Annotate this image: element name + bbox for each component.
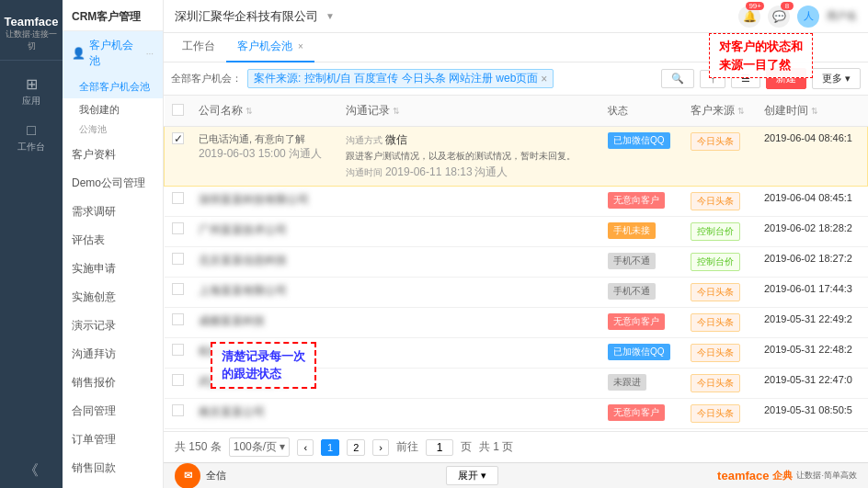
- message-badge: 8: [781, 2, 794, 10]
- nav-quote-label: 销售报价: [72, 375, 116, 391]
- nav-item-impl-apply[interactable]: 实施申请: [63, 255, 163, 283]
- sidebar-workbench-label: 工作台: [17, 141, 45, 153]
- row5-checkbox[interactable]: [172, 283, 184, 295]
- tab-customer-pool[interactable]: 客户机会池 ×: [226, 33, 314, 62]
- sort-source[interactable]: ⇅: [737, 107, 745, 116]
- prev-page-btn[interactable]: ‹: [297, 439, 314, 456]
- table-row[interactable]: 南京某某公司 无意向客户 今日头条 2019-05-31 08:50:5: [165, 399, 868, 429]
- table-row[interactable]: 杭州某某有限公司 清楚记录每一次的跟进状态 已加微信QQ: [165, 338, 868, 369]
- nav-order-label: 订单管理: [72, 432, 116, 448]
- sidebar-apps-label: 应用: [22, 95, 40, 108]
- toolbar-label: 全部客户机会：: [171, 72, 242, 85]
- nav-item-impl-idea[interactable]: 实施创意: [63, 283, 163, 312]
- row8-checkbox[interactable]: [172, 374, 184, 386]
- customer-icon: 👤: [72, 47, 86, 60]
- more-btn[interactable]: 更多 ▾: [812, 68, 861, 89]
- row4-communication: [338, 247, 600, 278]
- row2-checkbox[interactable]: [172, 192, 184, 204]
- col-company: 公司名称 ⇅: [191, 96, 338, 127]
- row6-checkbox[interactable]: [172, 313, 184, 325]
- table-row[interactable]: 成都某某科技 无意向客户 今日头条 2019-05-31 22:49:2: [165, 308, 868, 338]
- row1-source: 今日头条: [683, 127, 757, 187]
- topbar-icons: 🔔 99+ 💬 8 人 用户名: [738, 6, 857, 28]
- col-communication: 沟通记录 ⇅: [338, 96, 600, 127]
- nav-item-survey[interactable]: 需求调研: [63, 198, 163, 226]
- sort-communication[interactable]: ⇅: [393, 107, 400, 116]
- row3-status: 手机未接: [600, 217, 683, 247]
- nav-item-demo[interactable]: Demo公司管理: [63, 169, 163, 198]
- row7-status: 已加微信QQ: [600, 338, 683, 369]
- filter-tag-close[interactable]: ×: [541, 73, 547, 85]
- row7-company: 杭州某某有限公司 清楚记录每一次的跟进状态: [191, 338, 338, 369]
- row7-checkbox[interactable]: [172, 344, 184, 356]
- row7-created-time: 2019-05-31 22:48:2: [757, 338, 868, 369]
- page-size-selector[interactable]: 100条/页 ▾: [229, 437, 291, 457]
- table-row[interactable]: ✓ 已电话沟通, 有意向了解 2019-06-03 15:00 沟通人 沟通方式…: [165, 127, 868, 187]
- notification-badge: 99+: [746, 2, 764, 10]
- row9-status: 无意向客户: [600, 399, 683, 429]
- next-page-btn[interactable]: ›: [372, 439, 389, 456]
- sort-company[interactable]: ⇅: [246, 107, 253, 116]
- main-content: 深圳汇聚华企科技有限公司 ▼ 对客户的状态和来源一目了然 🔔 99+ 💬 8 人…: [164, 0, 868, 488]
- status-badge: 已加微信QQ: [608, 132, 670, 149]
- nav-item-customer-info[interactable]: 客户资料: [63, 141, 163, 169]
- nav-subitem-mine[interactable]: 我创建的: [63, 98, 163, 121]
- search-btn[interactable]: 🔍: [661, 69, 694, 88]
- bottom-left: ✉ 全信: [175, 463, 226, 489]
- row2-company: 深圳某某科技有限公司: [191, 187, 338, 217]
- nav-item-demo-record[interactable]: 演示记录: [63, 312, 163, 340]
- tab-close-btn[interactable]: ×: [298, 41, 303, 51]
- nav-item-contract[interactable]: 合同管理: [63, 397, 163, 426]
- row9-source: 今日头条: [683, 399, 757, 429]
- nav-item-order[interactable]: 订单管理: [63, 426, 163, 454]
- sort-created-time[interactable]: ⇅: [811, 107, 818, 116]
- tab-workbench[interactable]: 工作台: [171, 33, 226, 62]
- row2-communication: [338, 187, 600, 217]
- row4-checkbox[interactable]: [172, 253, 184, 265]
- nav-item-eval[interactable]: 评估表: [63, 226, 163, 255]
- row5-source: 今日头条: [683, 278, 757, 308]
- nav-item-customer-pool[interactable]: 👤 客户机会池 ···: [63, 31, 163, 75]
- notification-bell[interactable]: 🔔 99+: [738, 6, 760, 28]
- select-all-checkbox[interactable]: [172, 104, 184, 116]
- row1-status: 已加微信QQ: [600, 127, 683, 187]
- nav-item-quote[interactable]: 销售报价: [63, 369, 163, 397]
- nav-subitem-all[interactable]: 全部客户机会池: [63, 75, 163, 98]
- brand-enterprise: 企典: [772, 469, 793, 482]
- user-avatar[interactable]: 人: [797, 6, 819, 28]
- table-row[interactable]: 广州某某技术公司 手机未接 控制台价 2019-06-02 18:28:2: [165, 217, 868, 247]
- sidebar-item-apps[interactable]: ⊞ 应用: [0, 68, 63, 115]
- company-dropdown-icon[interactable]: ▼: [326, 11, 335, 21]
- app-logo: Teamface: [4, 15, 59, 28]
- row4-company: 北京某某信息科技: [191, 247, 338, 278]
- table-row[interactable]: 北京某某信息科技 手机不通 控制台价 2019-06-02 18:27:2: [165, 247, 868, 278]
- page-1-btn[interactable]: 1: [321, 439, 339, 456]
- sidebar-item-workbench[interactable]: □ 工作台: [0, 115, 63, 161]
- page-2-btn[interactable]: 2: [347, 439, 365, 456]
- row8-communication: [338, 369, 600, 399]
- nav-demo-label: Demo公司管理: [72, 176, 145, 191]
- status-badge: 手机未接: [608, 222, 656, 239]
- row6-status: 无意向客户: [600, 308, 683, 338]
- row5-status: 手机不通: [600, 278, 683, 308]
- sidebar-collapse-btn[interactable]: 《: [17, 454, 46, 488]
- expand-btn[interactable]: 展开 ▾: [446, 466, 498, 485]
- table-row[interactable]: 上海某某有限公司 手机不通 今日头条 2019-06-01 17:44:3: [165, 278, 868, 308]
- row8-source: 今日头条: [683, 369, 757, 399]
- nav-item-visit[interactable]: 沟通拜访: [63, 340, 163, 369]
- row3-checkbox[interactable]: [172, 222, 184, 234]
- col-status: 状态: [600, 96, 683, 127]
- nav-contract-label: 合同管理: [72, 403, 116, 419]
- table-row[interactable]: 深圳某某科技有限公司 无意向客户 今日头条 2019-06-04 08:45:1: [165, 187, 868, 217]
- row9-company: 南京某某公司: [191, 399, 338, 429]
- message-icon[interactable]: 💬 8: [768, 6, 790, 28]
- nav-item-refund[interactable]: 销售回款: [63, 454, 163, 482]
- row9-checkbox[interactable]: [172, 404, 184, 416]
- app-tagline: 让数据·连接一切: [4, 28, 59, 52]
- filter-tag-source[interactable]: 案件来源: 控制机/自 百度宣传 今日头条 网站注册 web页面 ×: [247, 69, 554, 88]
- goto-page-input[interactable]: [426, 439, 453, 456]
- row1-checkbox[interactable]: ✓: [172, 132, 184, 144]
- nav-subitem-public[interactable]: 公海池: [63, 121, 163, 141]
- logo-area: Teamface 让数据·连接一切: [0, 7, 63, 61]
- brand-name: teamface: [717, 469, 769, 482]
